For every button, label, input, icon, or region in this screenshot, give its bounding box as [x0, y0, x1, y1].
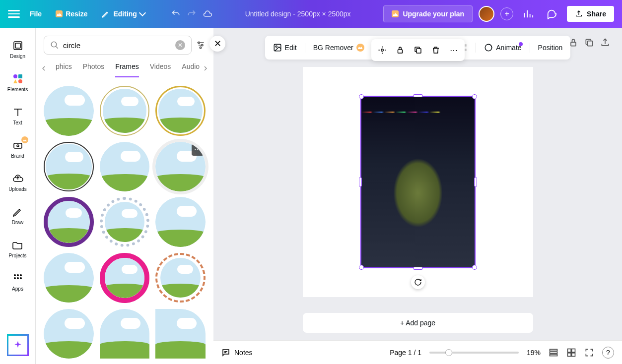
- sidebar-item-text[interactable]: Text: [0, 102, 35, 129]
- frame-circle-black-border[interactable]: [44, 142, 94, 192]
- tab-photos[interactable]: Photos: [83, 62, 105, 77]
- filter-icon[interactable]: [196, 40, 206, 50]
- frame-circle-purple-border[interactable]: [44, 197, 94, 247]
- frame-circle-simple[interactable]: [155, 197, 206, 247]
- bg-remover-button[interactable]: BG Remover: [313, 44, 364, 52]
- frames-results-grid[interactable]: ⋯: [36, 78, 213, 364]
- zoom-slider-thumb[interactable]: [445, 349, 452, 356]
- page-action-icons: [568, 38, 610, 48]
- resize-handle-tl[interactable]: [359, 94, 364, 99]
- crown-icon: [392, 10, 399, 17]
- frame-circle-gold-border[interactable]: [155, 86, 206, 136]
- view-list-icon[interactable]: [549, 348, 558, 358]
- crown-icon: [56, 10, 63, 17]
- tab-videos[interactable]: Videos: [150, 62, 171, 77]
- resize-handle-tc[interactable]: [413, 94, 423, 97]
- resize-menu[interactable]: Resize: [52, 7, 91, 21]
- resize-handle-ml[interactable]: [359, 177, 362, 187]
- frame-circle-soft[interactable]: [100, 142, 150, 192]
- resize-handle-mr[interactable]: [474, 177, 477, 187]
- frame-half-circle-1[interactable]: [100, 309, 150, 359]
- export-icon[interactable]: [600, 38, 610, 48]
- help-button[interactable]: ?: [602, 347, 614, 359]
- duplicate-icon[interactable]: [584, 38, 594, 48]
- tabs-scroll-right-icon[interactable]: [202, 64, 209, 72]
- close-panel-button[interactable]: ✕: [209, 36, 225, 52]
- resize-handle-bc[interactable]: [413, 267, 423, 270]
- zoom-value[interactable]: 19%: [527, 349, 541, 357]
- sidebar-item-apps[interactable]: Apps: [0, 268, 35, 296]
- tab-frames[interactable]: Frames: [115, 62, 138, 77]
- frame-more-icon[interactable]: ⋯: [192, 144, 204, 156]
- selected-image[interactable]: [360, 96, 476, 268]
- frame-circle-rough[interactable]: [44, 309, 94, 359]
- sidebar-item-elements[interactable]: Elements: [0, 69, 35, 96]
- file-menu[interactable]: File: [26, 7, 46, 21]
- sidebar-item-design[interactable]: Design: [0, 36, 35, 63]
- page-indicator[interactable]: Page 1 / 1: [390, 349, 421, 357]
- frame-circle-shadow[interactable]: ⋯: [155, 142, 206, 192]
- share-button[interactable]: Share: [567, 6, 614, 22]
- upgrade-button[interactable]: Upgrade your plan: [383, 5, 473, 22]
- cloud-sync-icon[interactable]: [203, 9, 212, 19]
- sidebar-item-brand[interactable]: Brand: [0, 135, 35, 163]
- elements-panel: ✕ ✕ phics Photos Frames Videos Audio: [36, 28, 213, 364]
- frame-circle-scalloped[interactable]: [44, 253, 94, 303]
- animate-button[interactable]: Animate: [484, 43, 521, 52]
- svg-point-16: [200, 47, 201, 48]
- frame-circle-plain[interactable]: [44, 86, 94, 136]
- frame-circle-ornate[interactable]: [155, 253, 206, 303]
- position-button[interactable]: Position: [538, 44, 563, 52]
- redo-icon[interactable]: [187, 9, 197, 19]
- document-title[interactable]: Untitled design - 2500px × 2500px: [218, 10, 377, 18]
- insights-icon[interactable]: [519, 5, 537, 23]
- frame-circle-pink-border[interactable]: [100, 253, 150, 303]
- editing-mode-menu[interactable]: Editing: [97, 6, 148, 21]
- frame-circle-wreath[interactable]: [100, 197, 150, 247]
- separator: [530, 43, 530, 53]
- search-input[interactable]: [63, 41, 171, 50]
- tab-audio[interactable]: Audio: [182, 62, 200, 77]
- resize-handle-tr[interactable]: [472, 94, 477, 99]
- notes-button[interactable]: Notes: [221, 348, 253, 357]
- svg-rect-39: [572, 353, 575, 356]
- add-page-button[interactable]: + Add page: [303, 313, 533, 333]
- edit-button[interactable]: Edit: [273, 43, 297, 52]
- rotate-handle[interactable]: [411, 275, 425, 289]
- frame-half-circle-2[interactable]: [155, 309, 206, 359]
- upgrade-label: Upgrade your plan: [403, 10, 464, 18]
- zoom-slider[interactable]: [429, 352, 519, 354]
- fullscreen-icon[interactable]: [584, 348, 594, 358]
- resize-label: Resize: [66, 10, 87, 18]
- magic-button[interactable]: [7, 334, 29, 356]
- frame-circle-thin-border[interactable]: [100, 86, 150, 136]
- image-content: [361, 112, 475, 113]
- clear-search-button[interactable]: ✕: [175, 40, 185, 50]
- undo-icon[interactable]: [171, 9, 181, 19]
- design-page[interactable]: ⋯: [303, 67, 533, 297]
- resize-handle-bl[interactable]: [359, 265, 364, 270]
- resize-handle-br[interactable]: [472, 265, 477, 270]
- tabs-scroll-left-icon[interactable]: [40, 64, 48, 72]
- comment-icon[interactable]: [543, 5, 561, 23]
- sparkle-icon: [13, 340, 23, 350]
- lock-element-icon[interactable]: [392, 42, 408, 58]
- canvas-viewport[interactable]: ⋯ + Add page: [213, 60, 622, 340]
- delete-element-icon[interactable]: [428, 42, 444, 58]
- view-grid-icon[interactable]: [566, 348, 576, 358]
- sidebar-item-projects[interactable]: Projects: [0, 235, 35, 262]
- sidebar-item-uploads[interactable]: Uploads: [0, 169, 35, 196]
- sidebar-item-draw[interactable]: Draw: [0, 202, 35, 229]
- magic-edit-icon[interactable]: [374, 42, 390, 58]
- svg-rect-35: [550, 354, 557, 356]
- user-avatar[interactable]: [479, 6, 494, 22]
- notes-label: Notes: [234, 349, 253, 357]
- add-member-button[interactable]: +: [500, 7, 513, 20]
- menu-hamburger-icon[interactable]: [8, 8, 20, 20]
- svg-point-4: [18, 79, 22, 83]
- lock-icon[interactable]: [568, 38, 578, 48]
- tab-graphics[interactable]: phics: [56, 62, 72, 77]
- more-element-icon[interactable]: ⋯: [446, 42, 462, 58]
- share-label: Share: [587, 10, 606, 18]
- duplicate-element-icon[interactable]: [410, 42, 426, 58]
